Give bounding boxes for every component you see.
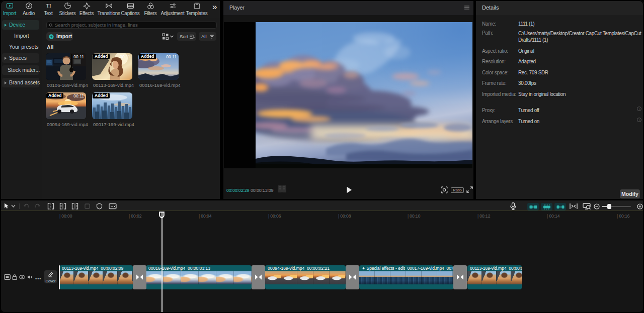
- svg-text:TI: TI: [46, 3, 51, 9]
